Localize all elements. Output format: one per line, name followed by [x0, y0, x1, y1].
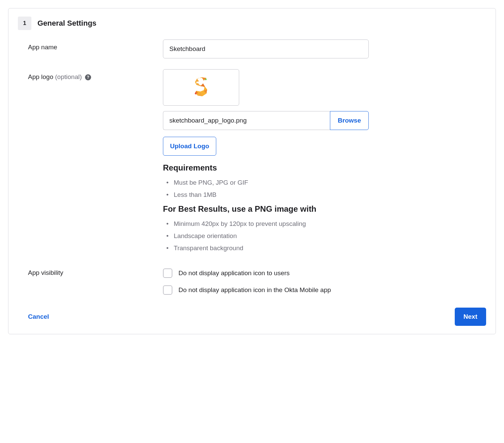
- panel-header: 1 General Settings: [18, 17, 486, 30]
- app-name-input[interactable]: [163, 40, 369, 58]
- best-result-item: Transparent background: [163, 242, 486, 254]
- visibility-label-mobile: Do not display application icon in the O…: [178, 286, 331, 294]
- svg-marker-2: [200, 83, 205, 87]
- help-icon[interactable]: ?: [85, 74, 91, 80]
- app-logo-label: App logo: [28, 73, 55, 80]
- best-result-item: Landscape orientation: [163, 230, 486, 242]
- requirement-item: Less than 1MB: [163, 189, 486, 201]
- app-visibility-label: App visibility: [28, 268, 163, 277]
- next-button[interactable]: Next: [455, 308, 486, 326]
- visibility-checkbox-mobile[interactable]: [163, 285, 172, 295]
- logo-filename-input[interactable]: [163, 111, 330, 130]
- svg-marker-1: [195, 79, 199, 82]
- app-name-label: App name: [28, 40, 163, 51]
- best-results-list: Minimum 420px by 120px to prevent upscal…: [163, 218, 486, 254]
- svg-point-8: [195, 93, 197, 95]
- file-row: Browse: [163, 111, 369, 130]
- best-result-item: Minimum 420px by 120px to prevent upscal…: [163, 218, 486, 230]
- sketchboard-logo-icon: [192, 77, 211, 98]
- requirements-list: Must be PNG, JPG or GIF Less than 1MB: [163, 177, 486, 201]
- panel-footer: Cancel Next: [18, 308, 486, 326]
- step-number-badge: 1: [18, 17, 31, 30]
- svg-point-7: [205, 79, 207, 80]
- browse-button[interactable]: Browse: [330, 111, 369, 130]
- general-settings-panel: 1 General Settings App name App logo (op…: [8, 8, 496, 334]
- app-logo-optional: (optional): [55, 73, 82, 80]
- visibility-option-2-row: Do not display application icon in the O…: [163, 285, 486, 295]
- logo-preview: [163, 69, 239, 106]
- requirements-heading: Requirements: [163, 163, 486, 173]
- panel-title: General Settings: [37, 19, 96, 28]
- app-name-row: App name: [18, 40, 486, 58]
- visibility-option-1-row: Do not display application icon to users: [163, 268, 486, 278]
- app-logo-label-col: App logo (optional) ?: [28, 69, 163, 81]
- best-results-heading: For Best Results, use a PNG image with: [163, 204, 486, 214]
- requirement-item: Must be PNG, JPG or GIF: [163, 177, 486, 189]
- app-logo-row: App logo (optional) ?: [18, 69, 486, 258]
- upload-logo-button[interactable]: Upload Logo: [163, 137, 216, 156]
- visibility-label-users: Do not display application icon to users: [178, 269, 290, 277]
- svg-marker-6: [196, 83, 200, 86]
- cancel-button[interactable]: Cancel: [28, 313, 49, 320]
- visibility-checkbox-users[interactable]: [163, 268, 172, 278]
- app-visibility-row: App visibility Do not display applicatio…: [18, 268, 486, 302]
